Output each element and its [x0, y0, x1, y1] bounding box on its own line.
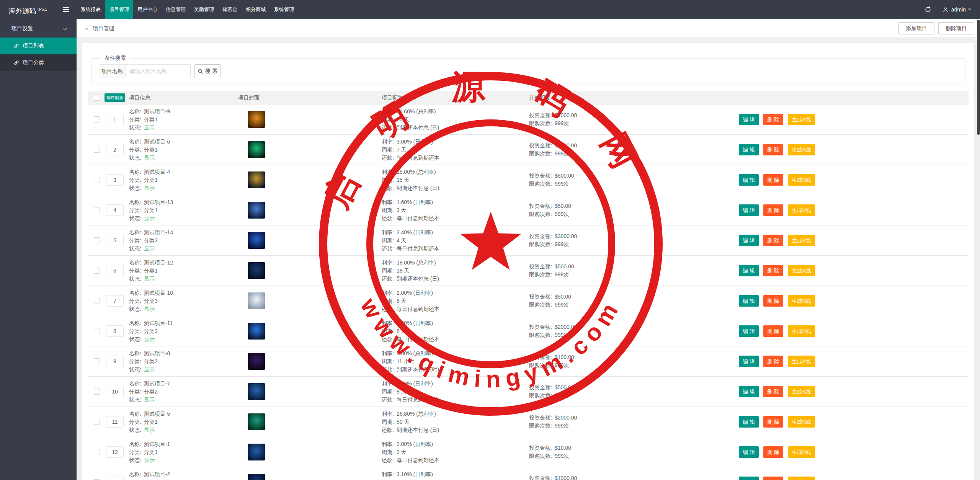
generate-kline-button[interactable]: 生成K线 [788, 416, 815, 428]
sort-refresh-button[interactable]: 排序刷新 [105, 93, 125, 102]
generate-kline-button[interactable]: 生成K线 [788, 356, 815, 367]
delete-project-button[interactable]: 删除项目 [938, 22, 974, 34]
sort-order-input[interactable] [106, 477, 124, 480]
sort-order-input[interactable] [106, 144, 124, 155]
status-toggle-link[interactable]: 显示 [144, 457, 155, 463]
row-checkbox[interactable] [94, 237, 100, 243]
generate-kline-button[interactable]: 生成K线 [788, 386, 815, 397]
status-toggle-link[interactable]: 显示 [144, 306, 155, 312]
sort-order-input[interactable] [106, 204, 124, 216]
status-toggle-link[interactable]: 显示 [144, 124, 155, 131]
delete-button[interactable]: 删 除 [763, 114, 783, 125]
edit-button[interactable]: 编 辑 [739, 325, 759, 337]
status-toggle-link[interactable]: 显示 [144, 185, 155, 191]
sort-order-input[interactable] [106, 235, 124, 246]
sort-order-input[interactable] [106, 356, 124, 367]
hamburger-menu-icon[interactable] [56, 0, 77, 19]
delete-button[interactable]: 删 除 [763, 144, 783, 155]
row-checkbox[interactable] [94, 268, 100, 274]
status-toggle-link[interactable]: 显示 [144, 336, 155, 342]
edit-button[interactable]: 编 辑 [739, 235, 759, 246]
sidebar-group-project-settings[interactable]: 项目设置 [0, 19, 77, 38]
generate-kline-button[interactable]: 生成K线 [788, 325, 815, 337]
delete-button[interactable]: 删 除 [763, 204, 783, 216]
generate-kline-button[interactable]: 生成K线 [788, 114, 815, 125]
delete-button[interactable]: 删 除 [763, 295, 783, 307]
row-checkbox[interactable] [94, 419, 100, 425]
generate-kline-button[interactable]: 生成K线 [788, 265, 815, 276]
delete-button[interactable]: 删 除 [763, 446, 783, 458]
status-toggle-link[interactable]: 显示 [144, 366, 155, 372]
status-toggle-link[interactable]: 显示 [144, 215, 155, 221]
select-all-checkbox[interactable] [94, 95, 100, 101]
generate-kline-button[interactable]: 生成K线 [788, 235, 815, 246]
generate-kline-button[interactable]: 生成K线 [788, 174, 815, 186]
sort-order-input[interactable] [106, 386, 124, 397]
nav-item[interactable]: 储蓄金 [218, 0, 242, 19]
edit-button[interactable]: 编 辑 [739, 446, 759, 458]
row-checkbox[interactable] [94, 116, 100, 122]
row-checkbox[interactable] [94, 328, 100, 334]
project-rate: 2.40% (日利率) [397, 229, 433, 235]
status-toggle-link[interactable]: 显示 [144, 245, 155, 251]
status-toggle-link[interactable]: 显示 [144, 397, 155, 403]
status-toggle-link[interactable]: 显示 [144, 427, 155, 433]
refresh-icon[interactable] [919, 0, 937, 19]
generate-kline-button[interactable]: 生成K线 [788, 446, 815, 458]
nav-item[interactable]: 系统报表 [77, 0, 105, 19]
sort-order-input[interactable] [106, 446, 124, 458]
nav-item[interactable]: 奖励管理 [190, 0, 218, 19]
nav-item[interactable]: 系统管理 [270, 0, 298, 19]
edit-button[interactable]: 编 辑 [739, 114, 759, 125]
delete-button[interactable]: 删 除 [763, 265, 783, 276]
add-project-button[interactable]: 添加项目 [898, 22, 934, 34]
nav-item[interactable]: 积分商城 [242, 0, 270, 19]
edit-button[interactable]: 编 辑 [739, 144, 759, 155]
delete-button[interactable]: 删 除 [763, 416, 783, 428]
row-checkbox[interactable] [94, 147, 100, 153]
sort-order-input[interactable] [106, 114, 124, 125]
status-toggle-link[interactable]: 显示 [144, 155, 155, 161]
delete-button[interactable]: 删 除 [763, 386, 783, 397]
sort-order-input[interactable] [106, 416, 124, 428]
generate-kline-button[interactable]: 生成K线 [788, 204, 815, 216]
delete-button[interactable]: 删 除 [763, 477, 783, 480]
row-checkbox[interactable] [94, 207, 100, 213]
row-checkbox[interactable] [94, 298, 100, 304]
sidebar-item-active[interactable]: 项目列表 [0, 38, 77, 54]
nav-item[interactable]: 信息管理 [162, 0, 190, 19]
edit-button[interactable]: 编 辑 [739, 477, 759, 480]
generate-kline-button[interactable]: 生成K线 [788, 295, 815, 307]
nav-item[interactable]: 项目管理 [105, 0, 133, 19]
edit-button[interactable]: 编 辑 [739, 204, 759, 216]
purchase-limit: 999次 [555, 453, 569, 459]
edit-button[interactable]: 编 辑 [739, 416, 759, 428]
row-checkbox[interactable] [94, 358, 100, 364]
user-menu[interactable]: admin [937, 0, 980, 19]
edit-button[interactable]: 编 辑 [739, 174, 759, 186]
edit-button[interactable]: 编 辑 [739, 356, 759, 367]
generate-kline-button[interactable]: 生成K线 [788, 477, 815, 480]
generate-kline-button[interactable]: 生成K线 [788, 144, 815, 155]
delete-button[interactable]: 删 除 [763, 325, 783, 337]
row-checkbox[interactable] [94, 177, 100, 183]
delete-button[interactable]: 删 除 [763, 235, 783, 246]
sidebar-item-inactive[interactable]: 项目分类 [0, 54, 77, 71]
sort-order-input[interactable] [106, 265, 124, 276]
page-scrollbar[interactable] [977, 19, 980, 480]
row-checkbox[interactable] [94, 389, 100, 395]
sort-order-input[interactable] [106, 325, 124, 337]
search-button[interactable]: 搜 索 [194, 64, 220, 78]
delete-button[interactable]: 删 除 [763, 356, 783, 367]
edit-button[interactable]: 编 辑 [739, 265, 759, 276]
edit-button[interactable]: 编 辑 [739, 295, 759, 307]
project-name-input[interactable] [126, 64, 191, 78]
nav-item[interactable]: 用户中心 [133, 0, 162, 19]
edit-button[interactable]: 编 辑 [739, 386, 759, 397]
row-checkbox[interactable] [94, 449, 100, 455]
scrollbar-thumb[interactable] [977, 20, 980, 135]
sort-order-input[interactable] [106, 174, 124, 186]
delete-button[interactable]: 删 除 [763, 174, 783, 186]
sort-order-input[interactable] [106, 295, 124, 307]
status-toggle-link[interactable]: 显示 [144, 276, 155, 282]
